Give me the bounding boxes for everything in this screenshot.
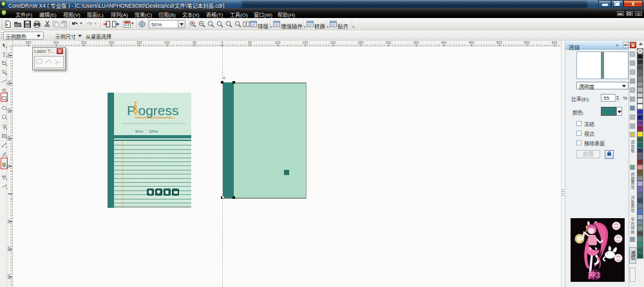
svg-text:神3: 神3 bbox=[588, 270, 600, 280]
